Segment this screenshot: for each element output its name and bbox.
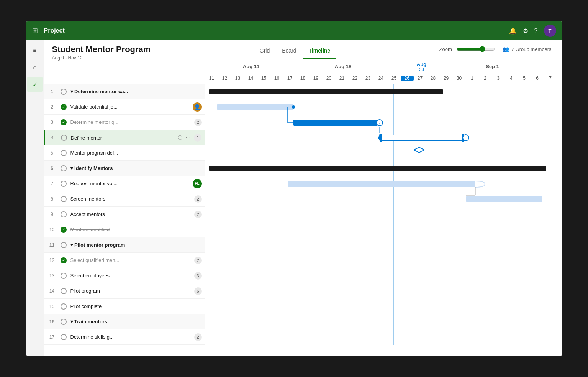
task-row[interactable]: 9 Accept mentors 2 [44,207,205,222]
task-status-circle[interactable] [60,134,68,142]
avatar[interactable]: T [544,25,556,37]
task-row[interactable]: 8 Screen mentors 2 [44,191,205,207]
task-row[interactable]: 14 Pilot program 6 [44,283,205,299]
task-status-check[interactable]: ✓ [60,257,67,264]
row15-empty [205,299,550,314]
task-status-circle[interactable] [60,149,67,157]
group-members-icon: 👥 [503,46,509,52]
day-col: 30 [453,76,466,81]
task-row-selected[interactable]: 4 Define mentor ⓘ ⋯ 2 [44,130,205,145]
task-row[interactable]: 15 Pilot complete [44,299,205,314]
task-status-circle[interactable] [60,272,67,280]
task-row[interactable]: 10 ✓ Mentors identified [44,222,205,237]
week-sep1: Sep 1 [454,64,531,69]
task-badge: 2 [194,119,202,126]
sidebar-check[interactable]: ✓ [27,77,43,92]
day-col: 7 [544,76,557,81]
task-row-section[interactable]: 16 ▾ Train mentors [44,314,205,329]
task-num: 4 [48,135,57,140]
main-layout: ≡ ⌂ ✓ Student Mentor Program Aug 9 - Nov… [26,40,562,356]
bar-row1-summary [209,89,443,94]
sidebar-home[interactable]: ⌂ [27,60,43,75]
task-badge: 3 [194,272,202,280]
task-name: ▾ Train mentors [70,319,202,324]
task-row[interactable]: 17 Determine skills g... 2 [44,329,205,345]
row10-empty [205,222,550,237]
task-status-check[interactable]: ✓ [60,226,67,234]
day-col: 11 [205,76,218,81]
sidebar-hamburger[interactable]: ≡ [27,43,43,58]
row16-empty [205,314,550,329]
row12-empty [205,253,550,268]
sidebar-icons: ≡ ⌂ ✓ [26,40,44,356]
group-members-button[interactable]: 👥 7 Group members [500,44,555,54]
dep-dot [378,136,381,139]
day-col: 3 [492,76,505,81]
tab-board[interactable]: Board [276,44,302,59]
task-row[interactable]: 1 ▾ Determine mentor ca... [44,84,205,99]
task-row[interactable]: 3 ✓ Determine mentor q... 2 [44,115,205,130]
day-col: 17 [283,76,296,81]
task-name: Request mentor vol... [70,181,190,186]
task-name: Accept mentors [70,211,191,217]
task-status-circle[interactable] [60,211,67,218]
task-status-check[interactable]: ✓ [60,119,67,126]
day-sep1: 1 [466,76,479,81]
task-status-circle[interactable] [60,88,67,95]
task-row[interactable]: 13 Select employees 3 [44,268,205,283]
day-22: 22 [349,76,362,81]
task-badge: 6 [194,287,202,295]
task-row-section[interactable]: 6 ▾ Identify Mentors [44,161,205,176]
task-status-circle[interactable] [60,195,67,203]
task-badge: 2 [194,333,202,341]
more-icon[interactable]: ⋯ [185,135,191,141]
top-bar-actions: 🔔 ⚙ ? T [509,25,556,37]
bar-row8 [466,196,542,202]
task-row[interactable]: 2 ✓ Validate potential jo... 👤 [44,99,205,115]
task-num: 2 [47,104,57,110]
settings-icon[interactable]: ⚙ [523,27,528,35]
task-num: 12 [47,258,57,263]
task-badge: 2 [194,211,202,218]
week-aug18: Aug 18 [297,64,389,69]
task-status-circle[interactable] [60,333,67,341]
bell-icon[interactable]: 🔔 [509,27,517,35]
task-num: 14 [47,288,57,294]
task-status-circle[interactable] [60,303,67,310]
task-row[interactable]: 7 Request mentor vol... FL [44,176,205,191]
gantt-area[interactable]: Aug 11 Aug 18 Aug 3d [205,61,562,356]
tab-grid[interactable]: Grid [254,44,276,59]
aug-month-label: Aug [417,61,426,67]
task-status-circle[interactable] [60,180,67,188]
zoom-label: Zoom [439,46,452,52]
task-status-circle[interactable] [60,165,67,172]
dep-line [466,187,475,195]
info-icon[interactable]: ⓘ [178,135,182,141]
task-status-circle[interactable] [60,318,67,326]
task-name: Validate potential jo... [70,104,190,110]
day-col: 18 [296,76,310,81]
week-aug3d: Aug 3d [389,61,454,72]
row13-empty [205,268,550,283]
project-nav: Grid Board Timeline [151,44,439,59]
day-col: 19 [310,76,323,81]
task-status-circle[interactable] [60,287,67,295]
gantt-day-row: 11 12 13 14 15 16 17 18 19 20 21 [205,72,562,84]
zoom-slider[interactable] [457,46,495,52]
task-row[interactable]: 5 Mentor program def... [44,145,205,161]
bar-row4-outline[interactable] [380,135,464,140]
grid-icon[interactable]: ⊞ [32,26,38,35]
day-col: 12 [218,76,231,81]
day-col: 5 [518,76,531,81]
day-23: 23 [362,76,375,81]
help-icon[interactable]: ? [534,27,538,34]
task-status-check[interactable]: ✓ [60,103,67,111]
task-row[interactable]: 12 ✓ Select qualified men... 2 [44,253,205,268]
task-status-circle[interactable] [60,241,67,249]
project-title: Student Mentor Program [52,44,151,54]
bar-row3 [293,120,378,126]
tab-timeline[interactable]: Timeline [303,44,337,59]
day-col: 20 [323,76,336,81]
content-area: Student Mentor Program Aug 9 - Nov 12 Gr… [44,40,562,356]
task-row-section[interactable]: 11 ▾ Pilot mentor program [44,237,205,253]
